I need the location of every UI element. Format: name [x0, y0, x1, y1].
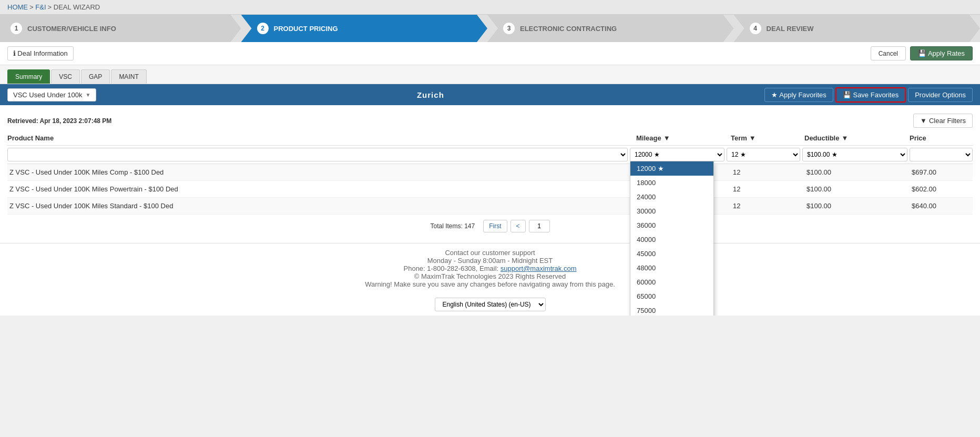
product-name-filter-cell [7, 148, 628, 161]
price-filter-cell [910, 148, 973, 161]
term-cell: 12 [731, 202, 804, 210]
table-row: Z VSC - Used Under 100K Miles Powertrain… [7, 181, 973, 198]
provider-bar: VSC Used Under 100k ▼ Zurich ★ Apply Fav… [0, 84, 980, 105]
table-header: Product Name Mileage ▼ Term ▼ Deductible… [7, 131, 973, 146]
mileage-option-12000[interactable]: 12000 ★ [630, 161, 713, 176]
step-label-1: CUSTOMER/VEHICLE INFO [27, 25, 116, 33]
breadcrumb-fi[interactable]: F&I [35, 3, 46, 11]
top-right-buttons: Cancel 💾 Apply Rates [871, 46, 973, 60]
tabs-bar: Summary VSC GAP MAINT [0, 65, 980, 84]
mileage-filter-cell: 12000 ★ 18000 24000 30000 36000 40000 45… [630, 148, 724, 161]
wizard-step-4[interactable]: 4 DEAL REVIEW [734, 15, 981, 42]
mileage-filter[interactable]: 12000 ★ 18000 24000 30000 36000 40000 45… [630, 148, 724, 161]
mileage-option-45000[interactable]: 45000 [630, 247, 713, 261]
chevron-down-icon: ▼ [86, 92, 91, 98]
main-content: Retrieved: Apr 18, 2023 2:07:48 PM ▼ Cle… [0, 105, 980, 243]
footer-line4: © MaximTrak Technologies 2023 Rights Res… [7, 272, 973, 280]
mileage-option-30000[interactable]: 30000 [630, 204, 713, 218]
tab-vsc[interactable]: VSC [51, 69, 80, 84]
step-label-3: ELECTRONIC CONTRACTING [520, 25, 617, 33]
step-num-4: 4 [750, 23, 761, 34]
footer: Contact our customer support Monday - Su… [0, 243, 980, 293]
deductible-cell: $100.00 [804, 168, 910, 176]
step-num-2: 2 [257, 23, 269, 34]
wizard-step-3[interactable]: 3 ELECTRONIC CONTRACTING [487, 15, 734, 42]
apply-rates-button[interactable]: 💾 Apply Rates [910, 46, 973, 60]
price-cell: $697.00 [910, 168, 973, 176]
product-name-cell: Z VSC - Used Under 100K Miles Standard -… [7, 202, 636, 210]
term-cell: 12 [731, 185, 804, 193]
footer-line5: Warning! Make sure you save any changes … [7, 280, 973, 288]
retrieved-bar: Retrieved: Apr 18, 2023 2:07:48 PM ▼ Cle… [7, 110, 973, 131]
clear-filters-button[interactable]: ▼ Clear Filters [913, 114, 973, 128]
footer-line2: Monday - Sunday 8:00am - Midnight EST [7, 257, 973, 265]
footer-line3: Phone: 1-800-282-6308, Email: support@ma… [7, 265, 973, 272]
step-num-3: 3 [503, 23, 515, 34]
provider-actions: ★ Apply Favorites 💾 Save Favorites Provi… [764, 87, 973, 103]
deductible-cell: $100.00 [804, 185, 910, 193]
deductible-cell: $100.00 [804, 202, 910, 210]
mileage-option-24000[interactable]: 24000 [630, 190, 713, 204]
mileage-option-40000[interactable]: 40000 [630, 232, 713, 247]
col-deductible: Deductible ▼ [804, 134, 910, 142]
breadcrumb-current: DEAL WIZARD [54, 3, 100, 11]
step-num-1: 1 [11, 23, 22, 34]
language-bar: English (United States) (en-US) [0, 293, 980, 316]
mileage-option-36000[interactable]: 36000 [630, 218, 713, 232]
provider-options-button[interactable]: Provider Options [908, 88, 973, 102]
tab-maint[interactable]: MAINT [111, 69, 146, 84]
prev-page-button[interactable]: < [511, 220, 526, 232]
product-name-cell: Z VSC - Used Under 100K Miles Powertrain… [7, 185, 636, 193]
product-name-cell: Z VSC - Used Under 100K Miles Comp - $10… [7, 168, 636, 176]
support-email-link[interactable]: support@maximtrak.com [501, 265, 577, 272]
term-cell: 12 [731, 168, 804, 176]
pagination-bar: Total Items: 147 First < [7, 215, 973, 238]
retrieved-text: Retrieved: Apr 18, 2023 2:07:48 PM [7, 117, 111, 125]
total-items: Total Items: 147 [430, 222, 475, 230]
first-page-button[interactable]: First [483, 220, 507, 232]
mileage-option-75000[interactable]: 75000 [630, 303, 713, 316]
save-favorites-button[interactable]: 💾 Save Favorites [835, 87, 906, 103]
wizard-step-1[interactable]: 1 CUSTOMER/VEHICLE INFO [0, 15, 241, 42]
wizard-steps: 1 CUSTOMER/VEHICLE INFO 2 PRODUCT PRICIN… [0, 15, 980, 42]
term-filter[interactable]: 12 ★ [727, 148, 800, 161]
price-cell: $640.00 [910, 202, 973, 210]
col-price: Price [910, 134, 973, 142]
info-icon: ℹ [13, 49, 16, 57]
provider-name: Zurich [96, 90, 764, 99]
provider-dropdown-button[interactable]: VSC Used Under 100k ▼ [7, 88, 96, 101]
breadcrumb: HOME > F&I > DEAL WIZARD [0, 0, 980, 15]
tab-summary[interactable]: Summary [7, 69, 50, 84]
deductible-filter[interactable]: $100.00 ★ [802, 148, 907, 161]
save-icon: 💾 [918, 49, 928, 57]
deductible-filter-cell: $100.00 ★ [802, 148, 907, 161]
deal-info-button[interactable]: ℹ Deal Information [7, 46, 74, 60]
mileage-filter-icon: ▼ [663, 134, 670, 142]
apply-favorites-button[interactable]: ★ Apply Favorites [764, 88, 833, 102]
cancel-button[interactable]: Cancel [871, 46, 906, 60]
term-filter-cell: 12 ★ [727, 148, 800, 161]
mileage-option-48000[interactable]: 48000 [630, 261, 713, 275]
page-number-input[interactable] [529, 220, 550, 232]
mileage-option-60000[interactable]: 60000 [630, 275, 713, 289]
step-label-4: DEAL REVIEW [767, 25, 814, 33]
price-filter[interactable] [910, 148, 973, 161]
language-select[interactable]: English (United States) (en-US) [435, 298, 546, 311]
provider-dropdown-label: VSC Used Under 100k [13, 91, 83, 99]
mileage-option-18000[interactable]: 18000 [630, 176, 713, 190]
deductible-filter-icon: ▼ [841, 134, 848, 142]
tab-gap[interactable]: GAP [81, 69, 110, 84]
col-product-name: Product Name [7, 134, 636, 142]
product-name-filter[interactable] [7, 148, 628, 161]
floppy-icon: 💾 [843, 91, 853, 99]
col-mileage: Mileage ▼ [636, 134, 731, 142]
table-row: Z VSC - Used Under 100K Miles Comp - $10… [7, 164, 973, 181]
top-toolbar: ℹ Deal Information Cancel 💾 Apply Rates [0, 42, 980, 65]
star-icon: ★ [771, 91, 779, 99]
mileage-option-65000[interactable]: 65000 [630, 289, 713, 303]
table-row: Z VSC - Used Under 100K Miles Standard -… [7, 198, 973, 215]
breadcrumb-home[interactable]: HOME [7, 3, 28, 11]
filter-icon: ▼ [920, 117, 927, 125]
wizard-step-2[interactable]: 2 PRODUCT PRICING [241, 15, 488, 42]
step-label-2: PRODUCT PRICING [274, 25, 338, 33]
